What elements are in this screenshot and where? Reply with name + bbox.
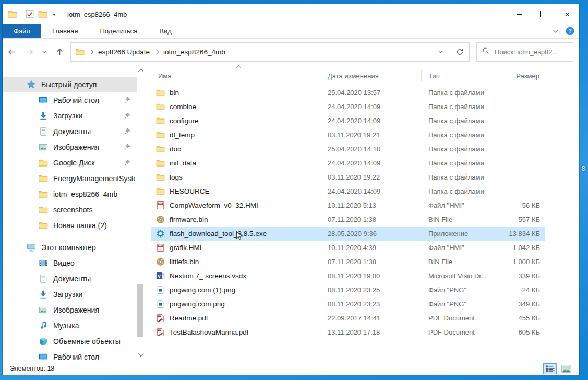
back-button[interactable] (3, 42, 20, 61)
scroll-down-icon[interactable] (137, 351, 144, 358)
tab-share[interactable]: Поделиться (89, 24, 148, 38)
file-name: bin (170, 89, 179, 97)
file-name: init_data (170, 159, 196, 167)
file-row[interactable]: pngwing.com (1).png08.11.2020 23:25Файл … (151, 283, 545, 297)
tab-view[interactable]: Вид (148, 24, 183, 38)
sidebar-item[interactable]: iotm_esp8266_4mb (3, 186, 149, 202)
file-row[interactable]: PDFReadme.pdf22.09.2017 14:41PDF Documen… (151, 311, 545, 325)
pin-icon (124, 159, 131, 167)
file-row[interactable]: HMIgrafik.HMI10.11.2020 4:39Файл "HMI"1 … (151, 241, 545, 255)
maximize-button[interactable] (531, 4, 555, 24)
up-button[interactable] (51, 42, 68, 61)
sidebar-item[interactable]: Видео (3, 255, 149, 271)
file-row[interactable]: logs03.11.2020 19:22Папка с файлами (151, 170, 545, 184)
file-row[interactable]: doc25.04.2020 14:10Папка с файлами (151, 142, 545, 156)
file-row[interactable]: combine24.04.2020 14:09Папка с файлами (151, 100, 545, 114)
sidebar-item[interactable]: Документы (3, 124, 149, 139)
sidebar-item[interactable]: Рабочий стол (3, 349, 149, 362)
forward-button[interactable] (20, 42, 38, 61)
sidebar-item[interactable]: Музыка (3, 318, 149, 334)
explorer-window: iotm_esp8266_4mb × Файл Главная Поделить… (3, 4, 579, 375)
search-icon (482, 47, 489, 56)
file-row[interactable]: RESOURCE24.04.2020 14:09Папка с файлами (151, 184, 545, 198)
file-row[interactable]: flash_download_tool_3.8.5.exe28.05.2020 … (151, 227, 545, 241)
file-type: Файл "HMI" (422, 201, 498, 209)
sidebar-item[interactable]: Быстрый доступ (3, 77, 137, 92)
sidebar-item[interactable]: Документы (3, 271, 149, 287)
help-icon[interactable]: ? (566, 27, 574, 35)
sidebar-item-label: screenshots (53, 206, 135, 214)
sidebar-item[interactable]: Изображения (3, 302, 149, 318)
sidebar-item[interactable]: Этот компьютер (3, 240, 149, 255)
check-icon[interactable] (25, 9, 34, 19)
refresh-button[interactable] (450, 42, 470, 62)
video-icon (39, 258, 48, 268)
sidebar-item[interactable]: Новая папка (2) (3, 218, 149, 233)
sidebar-scrollbar[interactable] (137, 65, 145, 362)
window-controls: × (507, 4, 579, 24)
details-view-button[interactable] (543, 363, 557, 374)
sidebar-item-label: Google Диск (53, 159, 135, 167)
sidebar-item[interactable]: Загрузки (3, 108, 149, 124)
qat-dropdown-icon[interactable] (52, 13, 56, 16)
scroll-up-icon[interactable] (137, 67, 144, 74)
minimize-button[interactable] (507, 4, 531, 24)
svg-text:HMI: HMI (159, 203, 162, 205)
thumbnails-view-button[interactable] (559, 363, 573, 374)
tab-file[interactable]: Файл (3, 24, 41, 38)
file-name: RESOURCE (170, 187, 210, 195)
sidebar-item[interactable]: EnergyManagementSystemN (3, 171, 149, 186)
breadcrumb[interactable]: esp8266 Update iotm_esp8266_4mb (70, 42, 450, 62)
sidebar-item[interactable]: Google Диск (3, 155, 149, 171)
file-name: doc (170, 145, 181, 153)
close-button[interactable]: × (555, 4, 579, 24)
sidebar-item[interactable]: Объемные объекты (3, 334, 149, 349)
file-size: 349 КБ (498, 300, 545, 308)
hmi-icon: HMI (156, 201, 165, 210)
file-type: Папка с файлами (422, 145, 498, 153)
window-title: iotm_esp8266_4mb (67, 10, 127, 18)
sidebar-item[interactable]: screenshots (3, 202, 149, 218)
column-header-date-modified[interactable]: Дата изменения (323, 70, 422, 81)
file-type: Файл "HMI" (422, 244, 498, 252)
desktop-background: 8. iotm_esp8266_4mb × Файл Главная По (0, 0, 588, 380)
file-row[interactable]: dl_temp03.11.2020 19:21Папка с файлами (151, 128, 545, 142)
breadcrumb-segment[interactable]: esp8266 Update (98, 48, 150, 56)
sidebar-item-label: Изображения (53, 306, 135, 314)
expand-ribbon-chevron-down-icon[interactable] (552, 28, 559, 35)
address-dropdown-chevron-down-icon[interactable] (437, 49, 443, 55)
sidebar-item-label: Рабочий стол (53, 353, 135, 361)
file-size: 557 КБ (498, 216, 545, 223)
document-icon (39, 127, 48, 136)
computer-icon (27, 243, 36, 252)
folder-icon (39, 221, 48, 230)
sidebar-item[interactable]: Рабочий стол (3, 92, 149, 108)
folder-icon (156, 102, 165, 111)
file-name: pngwing.com (1).png (170, 286, 235, 294)
file-row[interactable]: PDFTestBalashovaMarina.pdf13.11.2020 17:… (151, 325, 545, 339)
column-header-name[interactable]: Имя (151, 70, 323, 81)
column-header-size[interactable]: Размер (498, 70, 545, 81)
file-row[interactable]: configure24.04.2020 14:09Папка с файлами (151, 114, 545, 128)
file-row[interactable]: littlefs.bin07.11.2020 1:38BIN File1 000… (151, 255, 545, 269)
main-area: Быстрый доступРабочий столЗагрузкиДокуме… (3, 65, 579, 362)
file-row[interactable]: bin25.04.2020 13:57Папка с файлами (151, 86, 545, 100)
column-header-type[interactable]: Тип (422, 70, 498, 81)
file-row[interactable]: firmware.bin07.11.2020 1:38BIN File557 К… (151, 212, 545, 227)
title-bar: iotm_esp8266_4mb × (3, 4, 579, 24)
recent-locations-chevron-down-icon[interactable] (38, 42, 51, 61)
file-row[interactable]: HMICompWaveform_v0_32.HMI10.11.2020 5:13… (151, 198, 545, 212)
file-type: Папка с файлами (422, 187, 498, 195)
file-row[interactable]: VNextion 7_ screens.vsdx08.11.2020 19:00… (151, 269, 545, 283)
file-row[interactable]: init_data24.04.2020 14:09Папка с файлами (151, 156, 545, 170)
search-input[interactable]: Поиск: iotm_esp82... (476, 42, 573, 62)
sidebar-item[interactable]: Загрузки (3, 287, 149, 302)
file-row[interactable]: pngwing.com.png08.11.2020 23:23Файл "PNG… (151, 297, 545, 311)
scrollbar-thumb[interactable] (137, 284, 143, 337)
folder-icon[interactable] (38, 9, 47, 19)
sidebar-item-label: Документы (53, 275, 135, 283)
sidebar-item[interactable]: Изображения (3, 139, 149, 155)
breadcrumb-segment[interactable]: iotm_esp8266_4mb (163, 48, 225, 56)
tab-home[interactable]: Главная (41, 24, 89, 38)
file-date-modified: 13.11.2020 17:18 (323, 328, 422, 336)
